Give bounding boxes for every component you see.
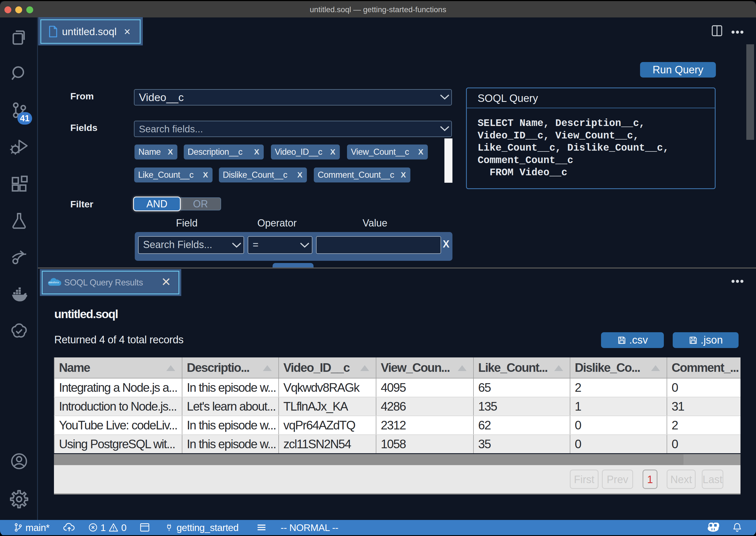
svg-text:salesforce: salesforce: [48, 281, 59, 284]
